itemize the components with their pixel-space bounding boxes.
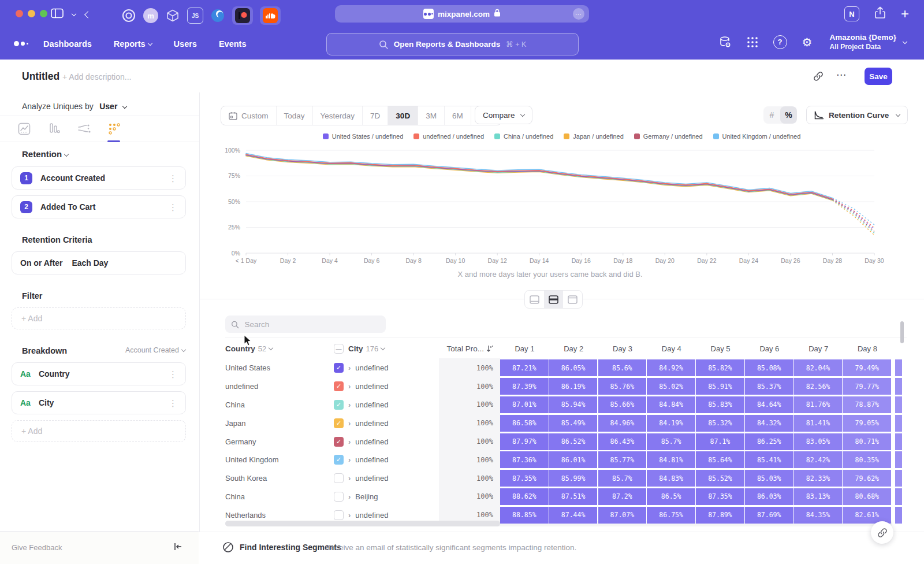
- criteria-each-day[interactable]: Each Day: [72, 258, 108, 268]
- tab-insights[interactable]: [17, 122, 31, 136]
- nav-item-users[interactable]: Users: [174, 39, 197, 49]
- share-link-fab[interactable]: [871, 521, 893, 544]
- expand-row-icon[interactable]: ›: [348, 437, 351, 446]
- row-checkbox[interactable]: ✓: [334, 437, 344, 447]
- range-6m[interactable]: 6M: [445, 106, 471, 125]
- breakdown-card-city[interactable]: Aa City ⋮: [12, 391, 186, 414]
- browser-extension-icon[interactable]: [210, 8, 225, 23]
- sort-descending-icon[interactable]: [486, 345, 493, 352]
- collapse-sidebar-icon[interactable]: [173, 542, 182, 554]
- expand-row-icon[interactable]: ›: [348, 511, 351, 520]
- table-row[interactable]: South Korea›undefined100%87.35%85.99%85.…: [225, 469, 907, 488]
- column-header-day-5[interactable]: Day 5: [696, 344, 745, 353]
- nav-item-events[interactable]: Events: [219, 39, 247, 49]
- column-header-total[interactable]: Total Pro...: [446, 344, 484, 353]
- row-checkbox[interactable]: ✓: [334, 381, 344, 391]
- column-header-day-2[interactable]: Day 2: [549, 344, 598, 353]
- give-feedback-link[interactable]: Give Feedback: [12, 543, 62, 552]
- column-header-day-6[interactable]: Day 6: [745, 344, 794, 353]
- range-custom[interactable]: Custom: [221, 106, 277, 125]
- report-title[interactable]: Untitled: [22, 70, 59, 83]
- range-today[interactable]: Today: [277, 106, 313, 125]
- help-icon[interactable]: ?: [773, 35, 787, 49]
- notion-extension-icon[interactable]: N: [844, 6, 859, 21]
- legend-item[interactable]: United Kingdom / undefined: [713, 133, 801, 140]
- share-icon[interactable]: [874, 6, 886, 21]
- row-checkbox[interactable]: ✓: [334, 363, 344, 373]
- legend-item[interactable]: China / undefined: [494, 133, 553, 140]
- select-all-checkbox[interactable]: —: [334, 344, 344, 354]
- back-button[interactable]: [85, 9, 91, 20]
- settings-gear-icon[interactable]: ⚙: [802, 35, 813, 49]
- legend-item[interactable]: United States / undefined: [323, 133, 404, 140]
- legend-item[interactable]: Japan / undefined: [564, 133, 623, 140]
- analyze-value[interactable]: User: [99, 102, 117, 111]
- close-window-button[interactable]: [16, 10, 23, 17]
- absolute-values-toggle[interactable]: #: [763, 106, 780, 124]
- address-bar[interactable]: mixpanel.com ⋯: [335, 5, 589, 23]
- copy-link-icon[interactable]: [813, 71, 824, 84]
- chart-view-selector[interactable]: Retention Curve: [806, 106, 908, 124]
- minimize-window-button[interactable]: [28, 10, 35, 17]
- site-settings-icon[interactable]: ⋯: [573, 8, 584, 20]
- legend-item[interactable]: Germany / undefined: [634, 133, 703, 140]
- column-header-day-4[interactable]: Day 4: [647, 344, 696, 353]
- row-checkbox[interactable]: ✓: [334, 400, 344, 410]
- new-tab-button[interactable]: +: [901, 8, 909, 20]
- table-row[interactable]: United States✓›undefined100%87.21%86.05%…: [225, 359, 907, 377]
- js-extension-icon[interactable]: JS: [187, 8, 203, 24]
- compare-button[interactable]: Compare: [475, 106, 532, 124]
- table-row[interactable]: United Kingdom✓›undefined100%87.36%86.01…: [225, 451, 907, 469]
- breakdown-event-selector[interactable]: Account Created: [125, 346, 185, 354]
- nav-item-dashboards[interactable]: Dashboards: [43, 39, 92, 49]
- row-checkbox[interactable]: ✓: [334, 455, 344, 465]
- m-extension-icon[interactable]: m: [143, 8, 158, 23]
- layout-chart-only-icon[interactable]: [525, 291, 544, 308]
- range-yesterday[interactable]: Yesterday: [313, 106, 363, 125]
- filter-add-button[interactable]: + Add: [12, 307, 186, 329]
- expand-row-icon[interactable]: ›: [348, 400, 351, 409]
- table-search-input[interactable]: [244, 320, 380, 329]
- more-options-icon[interactable]: ⋯: [836, 69, 847, 81]
- table-row[interactable]: undefined✓›undefined100%87.39%86.19%85.7…: [225, 377, 907, 396]
- maximize-window-button[interactable]: [40, 10, 47, 17]
- expand-row-icon[interactable]: ›: [348, 492, 351, 501]
- column-header-day-8[interactable]: Day 8: [843, 344, 892, 353]
- expand-row-icon[interactable]: ›: [348, 419, 351, 428]
- mixpanel-logo[interactable]: [14, 41, 28, 46]
- vertical-scrollbar-thumb[interactable]: [900, 321, 904, 343]
- table-row[interactable]: China›Beijing100%88.62%87.51%87.2%86.5%8…: [225, 488, 907, 506]
- tab-retention[interactable]: [107, 122, 121, 136]
- analyze-uniques-row[interactable]: Analyze Uniques by User: [22, 101, 126, 112]
- table-row[interactable]: Japan✓›undefined100%86.58%85.49%84.96%84…: [225, 414, 907, 432]
- column-header-day-3[interactable]: Day 3: [598, 344, 647, 353]
- retention-section-header[interactable]: Retention: [22, 149, 68, 159]
- save-button[interactable]: Save: [865, 68, 892, 85]
- column-header-day-7[interactable]: Day 7: [794, 344, 843, 353]
- range-3m[interactable]: 3M: [418, 106, 445, 125]
- row-checkbox[interactable]: [334, 510, 344, 520]
- row-checkbox[interactable]: [334, 473, 344, 483]
- table-row[interactable]: Netherlands›undefined100%88.85%87.44%87.…: [225, 506, 907, 524]
- breakdown-add-button[interactable]: + Add: [12, 420, 186, 442]
- breakdown-card-country[interactable]: Aa Country ⋮: [12, 362, 186, 385]
- cube-extension-icon[interactable]: [165, 8, 180, 23]
- step-card-added-to-cart[interactable]: 2 Added To Cart ⋮: [12, 195, 186, 218]
- expand-row-icon[interactable]: ›: [348, 474, 351, 483]
- step-card-account-created[interactable]: 1 Account Created ⋮: [12, 166, 186, 190]
- layout-split-icon[interactable]: [544, 291, 563, 308]
- kebab-menu-icon[interactable]: ⋮: [169, 203, 177, 212]
- column-header-city[interactable]: City 176: [348, 344, 385, 353]
- add-description[interactable]: + Add description...: [62, 72, 131, 81]
- legend-item[interactable]: undefined / undefined: [413, 133, 484, 140]
- data-management-icon[interactable]: [719, 36, 732, 49]
- kebab-menu-icon[interactable]: ⋮: [169, 174, 177, 183]
- project-switcher[interactable]: Amazonia {Demo} All Project Data: [829, 33, 907, 51]
- criteria-card[interactable]: On or After Each Day: [12, 251, 186, 274]
- nav-item-reports[interactable]: Reports: [114, 39, 152, 49]
- chevron-down-icon[interactable]: [72, 12, 76, 16]
- column-header-day-1[interactable]: Day 1: [500, 344, 549, 353]
- range-7d[interactable]: 7D: [363, 106, 388, 125]
- tab-funnels[interactable]: [47, 122, 61, 136]
- row-checkbox[interactable]: ✓: [334, 418, 344, 428]
